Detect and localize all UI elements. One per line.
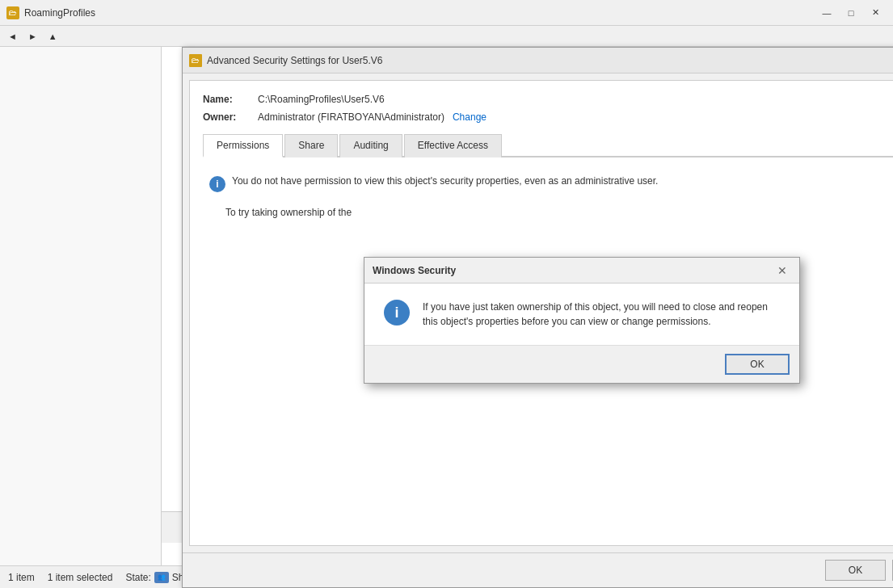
info-banner: i You do not have permission to view thi…	[203, 167, 893, 200]
security-popup-body: i If you have just taken ownership of th…	[364, 284, 799, 345]
security-popup-footer: OK	[364, 345, 799, 383]
adv-dialog-icon: 🗁	[189, 54, 202, 67]
info-message: You do not have permission to view this …	[232, 175, 658, 187]
toolbar-back-btn[interactable]: ◄	[3, 27, 22, 45]
ownership-text-content: To try taking ownership of the	[225, 207, 352, 218]
security-popup-close-btn[interactable]: ✕	[773, 262, 791, 279]
explorer-icon: 🗁	[6, 6, 19, 19]
shared-state-icon: 👥	[154, 572, 169, 583]
toolbar-forward-btn[interactable]: ►	[23, 27, 42, 45]
windows-security-popup: Windows Security ✕ i If you have just ta…	[364, 257, 800, 384]
explorer-maximize-btn[interactable]: □	[840, 4, 862, 22]
name-field-row: Name: C:\RoamingProfiles\User5.V6	[203, 94, 893, 105]
tabs-bar: Permissions Share Auditing Effective Acc…	[203, 132, 893, 158]
info-icon: i	[209, 176, 225, 192]
explorer-window-controls: — □ ✕	[815, 4, 887, 22]
name-label: Name:	[203, 94, 251, 105]
tab-permissions[interactable]: Permissions	[203, 134, 283, 158]
sidebar	[0, 47, 162, 565]
statusbar-item-count: 1 item	[8, 572, 35, 583]
owner-label: Owner:	[203, 111, 251, 123]
popup-message: If you have just taken ownership of this…	[423, 300, 780, 329]
statusbar-state-label: State:	[125, 572, 150, 583]
tab-share[interactable]: Share	[284, 134, 338, 158]
adv-dialog-title: Advanced Security Settings for User5.V6	[207, 55, 382, 66]
content-area: 🗁 Advanced Security Settings for User5.V…	[162, 47, 893, 565]
explorer-titlebar: 🗁 RoamingProfiles — □ ✕	[0, 0, 893, 26]
statusbar-selected-count: 1 item selected	[48, 572, 113, 583]
adv-ok-button[interactable]: OK	[825, 560, 886, 581]
security-popup-title: Windows Security	[373, 265, 773, 276]
toolbar-up-btn[interactable]: ▲	[44, 27, 62, 45]
main-area: 🗁 Advanced Security Settings for User5.V…	[0, 47, 893, 565]
tab-auditing[interactable]: Auditing	[339, 134, 402, 158]
explorer-close-btn[interactable]: ✕	[864, 4, 887, 22]
owner-field-row: Owner: Administrator (FIRATBOYAN\Adminis…	[203, 111, 893, 123]
change-owner-link[interactable]: Change	[453, 111, 487, 123]
explorer-toolbar: ◄ ► ▲	[0, 26, 893, 47]
security-popup-titlebar: Windows Security ✕	[364, 258, 799, 284]
ownership-text: To try taking ownership of the	[203, 200, 893, 218]
owner-value: Administrator (FIRATBOYAN\Administrator)	[258, 111, 444, 123]
name-value: C:\RoamingProfiles\User5.V6	[258, 94, 385, 105]
adv-dialog-footer: OK Cancel Apply	[183, 552, 893, 587]
tab-effective-access[interactable]: Effective Access	[404, 134, 502, 158]
security-popup-ok-btn[interactable]: OK	[725, 354, 790, 375]
explorer-minimize-btn[interactable]: —	[815, 4, 838, 22]
adv-dialog-titlebar: 🗁 Advanced Security Settings for User5.V…	[183, 48, 893, 74]
popup-info-icon: i	[384, 300, 410, 326]
explorer-title: RoamingProfiles	[24, 7, 95, 19]
